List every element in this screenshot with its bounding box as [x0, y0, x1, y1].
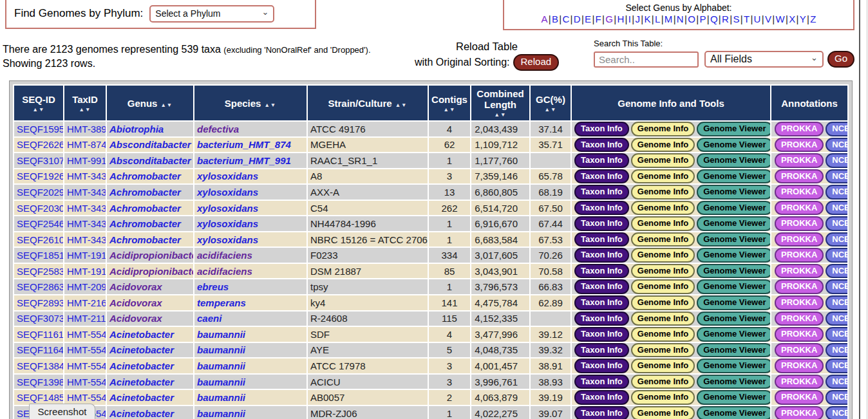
prokka-button[interactable]: PROKKA — [775, 264, 824, 279]
genus-link[interactable]: Achromobacter — [109, 218, 181, 229]
ncbi-button[interactable]: NCBI — [826, 312, 847, 326]
alphabet-link-B[interactable]: B — [552, 14, 558, 24]
genus-link[interactable]: Achromobacter — [109, 187, 181, 198]
genome-info-button[interactable]: Genome Info — [631, 343, 695, 358]
prokka-button[interactable]: PROKKA — [775, 312, 824, 326]
sort-arrows-icon[interactable]: ▲▼ — [160, 102, 173, 108]
taxon-info-button[interactable]: Taxon Info — [574, 185, 629, 200]
genome-viewer-button[interactable]: Genome Viewer — [697, 327, 770, 342]
prokka-button[interactable]: PROKKA — [775, 153, 824, 168]
species-link[interactable]: xylosoxidans — [197, 171, 258, 182]
search-input[interactable] — [594, 51, 699, 68]
alphabet-link-N[interactable]: N — [677, 14, 684, 24]
genome-viewer-button[interactable]: Genome Viewer — [697, 248, 770, 263]
ncbi-button[interactable]: NCBI — [826, 248, 847, 263]
seq-id-link[interactable]: SEQF2546 — [17, 218, 63, 229]
alphabet-link-S[interactable]: S — [733, 14, 739, 24]
prokka-button[interactable]: PROKKA — [775, 358, 824, 373]
species-link[interactable]: defectiva — [197, 124, 239, 135]
alphabet-link-Q[interactable]: Q — [710, 14, 718, 24]
reload-button[interactable]: Reload — [513, 54, 560, 71]
species-link[interactable]: baumannii — [197, 344, 245, 355]
column-header-taxid[interactable]: TaxID▲▼ — [64, 86, 106, 120]
column-header-gc-[interactable]: GC(%)▲▼ — [531, 86, 571, 120]
taxid-link[interactable]: HMT-343 — [67, 171, 106, 182]
alphabet-link-P[interactable]: P — [699, 14, 706, 24]
genus-link[interactable]: Absconditabacter — [109, 139, 191, 150]
prokka-button[interactable]: PROKKA — [775, 295, 824, 310]
genome-info-button[interactable]: Genome Info — [631, 153, 695, 168]
prokka-button[interactable]: PROKKA — [775, 248, 824, 263]
prokka-button[interactable]: PROKKA — [775, 343, 824, 358]
taxid-link[interactable]: HMT-554 — [67, 344, 106, 355]
taxid-link[interactable]: HMT-554 — [67, 329, 106, 340]
column-header-species[interactable]: Species▲▼ — [194, 86, 307, 120]
species-link[interactable]: xylosoxidans — [197, 218, 258, 229]
alphabet-link-J[interactable]: J — [635, 14, 640, 24]
seq-id-link[interactable]: SEQF3073 — [17, 313, 63, 324]
genome-viewer-button[interactable]: Genome Viewer — [697, 375, 770, 389]
ncbi-button[interactable]: NCBI — [826, 153, 847, 168]
seq-id-link[interactable]: SEQF2029 — [17, 187, 63, 198]
alphabet-link-H[interactable]: H — [617, 14, 624, 24]
alphabet-link-T[interactable]: T — [744, 14, 750, 24]
genus-link[interactable]: Acidovorax — [109, 281, 162, 292]
genome-info-button[interactable]: Genome Info — [631, 138, 695, 153]
genus-link[interactable]: Acinetobacter — [109, 360, 174, 371]
column-header-genus[interactable]: Genus▲▼ — [107, 86, 193, 120]
seq-id-link[interactable]: SEQF2583 — [17, 266, 63, 277]
taxid-link[interactable]: HMT-343 — [67, 203, 106, 214]
genus-link[interactable]: Achromobacter — [109, 234, 181, 245]
taxid-link[interactable]: HMT-191 — [67, 250, 106, 261]
genome-info-button[interactable]: Genome Info — [631, 201, 695, 216]
taxid-link[interactable]: HMT-343 — [67, 187, 106, 198]
taxid-link[interactable]: HMT-389 — [67, 124, 106, 135]
seq-id-link[interactable]: SEQF2610 — [17, 234, 63, 245]
genus-link[interactable]: Acinetobacter — [109, 344, 174, 355]
alphabet-link-D[interactable]: D — [574, 14, 581, 24]
seq-id-link[interactable]: SEQF1161 — [17, 329, 63, 340]
phylum-select[interactable]: Select a Phylum ⌄ — [149, 5, 274, 23]
taxon-info-button[interactable]: Taxon Info — [574, 375, 629, 389]
genome-viewer-button[interactable]: Genome Viewer — [697, 201, 770, 216]
species-link[interactable]: xylosoxidans — [197, 187, 258, 198]
sort-arrows-icon[interactable]: ▲▼ — [532, 106, 569, 113]
alphabet-link-K[interactable]: K — [644, 14, 650, 24]
genome-viewer-button[interactable]: Genome Viewer — [697, 406, 770, 419]
seq-id-link[interactable]: SEQF1595 — [17, 124, 63, 135]
ncbi-button[interactable]: NCBI — [826, 264, 847, 279]
alphabet-link-X[interactable]: X — [789, 14, 795, 24]
genome-info-button[interactable]: Genome Info — [631, 279, 695, 294]
genus-link[interactable]: Achromobacter — [109, 203, 181, 214]
ncbi-button[interactable]: NCBI — [826, 295, 847, 310]
genome-viewer-button[interactable]: Genome Viewer — [697, 138, 770, 153]
ncbi-button[interactable]: NCBI — [826, 138, 847, 153]
seq-id-link[interactable]: SEQF1164 — [17, 344, 63, 355]
species-link[interactable]: ebreus — [197, 281, 229, 292]
seq-id-link[interactable]: SEQF2863 — [17, 281, 63, 292]
genome-viewer-button[interactable]: Genome Viewer — [697, 295, 770, 310]
ncbi-button[interactable]: NCBI — [826, 216, 847, 231]
species-link[interactable]: baumannii — [197, 377, 245, 387]
taxon-info-button[interactable]: Taxon Info — [574, 138, 629, 153]
genome-info-button[interactable]: Genome Info — [631, 185, 695, 200]
sort-arrows-icon[interactable]: ▲▼ — [66, 106, 104, 113]
taxon-info-button[interactable]: Taxon Info — [574, 216, 629, 231]
species-link[interactable]: caeni — [197, 313, 222, 324]
prokka-button[interactable]: PROKKA — [775, 232, 824, 247]
taxid-link[interactable]: HMT-554 — [67, 360, 106, 371]
prokka-button[interactable]: PROKKA — [775, 138, 824, 153]
scrollbar[interactable] — [859, 0, 860, 419]
genome-info-button[interactable]: Genome Info — [631, 295, 695, 310]
taxon-info-button[interactable]: Taxon Info — [574, 248, 629, 263]
species-link[interactable]: baumannii — [197, 408, 245, 419]
ncbi-button[interactable]: NCBI — [826, 327, 847, 342]
genome-viewer-button[interactable]: Genome Viewer — [697, 279, 770, 294]
genome-info-button[interactable]: Genome Info — [631, 122, 695, 136]
ncbi-button[interactable]: NCBI — [826, 358, 847, 373]
ncbi-button[interactable]: NCBI — [826, 390, 847, 405]
prokka-button[interactable]: PROKKA — [775, 201, 824, 216]
genome-info-button[interactable]: Genome Info — [631, 216, 695, 231]
sort-arrows-icon[interactable]: ▲▼ — [395, 102, 408, 108]
alphabet-link-U[interactable]: U — [754, 14, 761, 24]
